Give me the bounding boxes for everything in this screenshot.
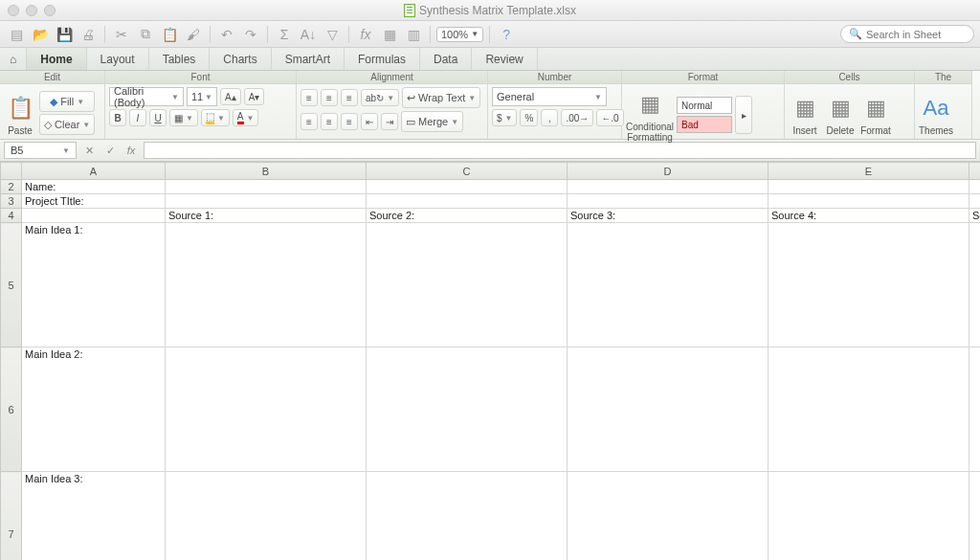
open-button[interactable]: 📂 (30, 24, 51, 45)
print-button[interactable]: 🖨 (78, 24, 99, 45)
cell-E5[interactable] (768, 223, 969, 347)
cell-B4[interactable]: Source 1: (166, 209, 367, 223)
column-header-E[interactable]: E (768, 163, 969, 180)
style-normal[interactable]: Normal (677, 97, 732, 114)
row-header-6[interactable]: 6 (1, 347, 22, 472)
clear-button[interactable]: ◇ Clear▼ (39, 114, 95, 135)
tab-home[interactable]: Home (27, 48, 86, 70)
shrink-font-button[interactable]: A▾ (244, 88, 265, 105)
cell-E3[interactable] (768, 194, 969, 209)
italic-button[interactable]: I (129, 109, 146, 126)
save-button[interactable]: 💾 (54, 24, 75, 45)
font-name-select[interactable]: Calibri (Body)▼ (109, 87, 184, 106)
column-header-A[interactable]: A (22, 163, 166, 180)
autosum-button[interactable]: Σ (274, 24, 295, 45)
tab-review[interactable]: Review (472, 48, 537, 70)
paste-big-button[interactable]: 📋 Paste (4, 91, 36, 136)
cell-D7[interactable] (568, 472, 768, 561)
column-header-D[interactable]: D (568, 163, 768, 180)
cell-A6[interactable]: Main Idea 2: (22, 347, 166, 472)
row-header-4[interactable]: 4 (1, 209, 22, 223)
cell-partial-3[interactable] (969, 194, 981, 209)
cell-B2[interactable] (166, 180, 367, 194)
cell-B3[interactable] (166, 194, 367, 209)
bold-button[interactable]: B (109, 109, 126, 126)
row-header-7[interactable]: 7 (1, 472, 22, 561)
sort-button[interactable]: A↓ (298, 24, 319, 45)
cell-C6[interactable] (367, 347, 568, 472)
cancel-entry-button[interactable]: ✕ (80, 142, 98, 159)
cell-C4[interactable]: Source 2: (367, 209, 568, 223)
fill-button[interactable]: ◆ Fill▼ (39, 91, 95, 112)
cell-A4[interactable] (22, 209, 166, 223)
cell-partial-4[interactable]: So (969, 209, 981, 223)
zoom-select[interactable]: 100%▼ (436, 27, 483, 42)
merge-button[interactable]: ▭ Merge▼ (401, 111, 463, 132)
tab-charts[interactable]: Charts (210, 48, 271, 70)
cell-partial-7[interactable] (969, 472, 981, 561)
align-bottom-button[interactable]: ≡ (341, 89, 358, 106)
align-top-button[interactable]: ≡ (301, 89, 318, 106)
styles-more-button[interactable]: ▸ (735, 96, 752, 134)
font-size-select[interactable]: 11▼ (187, 87, 217, 106)
number-format-select[interactable]: General▼ (492, 87, 607, 106)
cell-E7[interactable] (768, 472, 969, 561)
cell-D3[interactable] (568, 194, 768, 209)
delete-button[interactable]: ▦Delete (824, 91, 857, 136)
cell-E6[interactable] (768, 347, 969, 472)
cell-D6[interactable] (568, 347, 768, 472)
select-all-corner[interactable] (1, 163, 22, 180)
tab-formulas[interactable]: Formulas (345, 48, 420, 70)
wrap-text-button[interactable]: ↩ Wrap Text▼ (402, 87, 480, 108)
indent-decrease-button[interactable]: ⇤ (361, 113, 378, 130)
cell-A2[interactable]: Name: (22, 180, 166, 194)
show-formulas-button[interactable]: ▦ (379, 24, 400, 45)
cell-D2[interactable] (568, 180, 768, 194)
cell-E2[interactable] (768, 180, 969, 194)
cell-E4[interactable]: Source 4: (768, 209, 969, 223)
help-button[interactable]: ? (496, 24, 517, 45)
row-header-5[interactable]: 5 (1, 223, 22, 347)
accept-entry-button[interactable]: ✓ (101, 142, 119, 159)
new-button[interactable]: ▤ (6, 24, 27, 45)
underline-button[interactable]: U (149, 109, 167, 126)
name-box[interactable]: B5▼ (4, 142, 77, 159)
cell-D5[interactable] (568, 223, 768, 347)
chart-button[interactable]: ▥ (403, 24, 424, 45)
search-field[interactable]: 🔍 (840, 25, 974, 43)
cut-button[interactable]: ✂ (111, 24, 132, 45)
spreadsheet-grid[interactable]: ABCDE2Name:3Project TItle:4Source 1:Sour… (0, 162, 980, 560)
cell-D4[interactable]: Source 3: (568, 209, 768, 223)
decrease-decimal-button[interactable]: ←.0 (596, 109, 623, 126)
border-button[interactable]: ▦▼ (169, 109, 198, 126)
align-center-button[interactable]: ≡ (321, 113, 338, 130)
format-painter-button[interactable]: 🖌 (183, 24, 204, 45)
cell-partial-5[interactable] (969, 223, 981, 347)
cell-A5[interactable]: Main Idea 1: (22, 223, 166, 347)
column-header-B[interactable]: B (166, 163, 367, 180)
column-header-partial[interactable] (969, 163, 981, 180)
increase-decimal-button[interactable]: .00→ (561, 109, 593, 126)
cell-B6[interactable] (166, 347, 367, 472)
cell-B7[interactable] (166, 472, 367, 561)
insert-button[interactable]: ▦Insert (789, 91, 821, 136)
cell-partial-6[interactable] (969, 347, 981, 472)
fill-color-button[interactable]: ⬚▼ (201, 109, 230, 126)
align-middle-button[interactable]: ≡ (321, 89, 338, 106)
undo-button[interactable]: ↶ (216, 24, 237, 45)
indent-increase-button[interactable]: ⇥ (381, 113, 398, 130)
row-header-3[interactable]: 3 (1, 194, 22, 209)
orientation-button[interactable]: ab↻▼ (361, 89, 399, 106)
fx-button[interactable]: fx (355, 24, 376, 45)
cell-C2[interactable] (367, 180, 568, 194)
formula-bar[interactable] (144, 142, 976, 159)
tab-data[interactable]: Data (420, 48, 472, 70)
grow-font-button[interactable]: A▴ (220, 88, 241, 105)
filter-button[interactable]: ▽ (322, 24, 343, 45)
search-input[interactable] (866, 29, 966, 40)
tab-smartart[interactable]: SmartArt (272, 48, 345, 70)
redo-button[interactable]: ↷ (240, 24, 261, 45)
paste-button[interactable]: 📋 (159, 24, 180, 45)
align-left-button[interactable]: ≡ (301, 113, 318, 130)
cell-C7[interactable] (367, 472, 568, 561)
